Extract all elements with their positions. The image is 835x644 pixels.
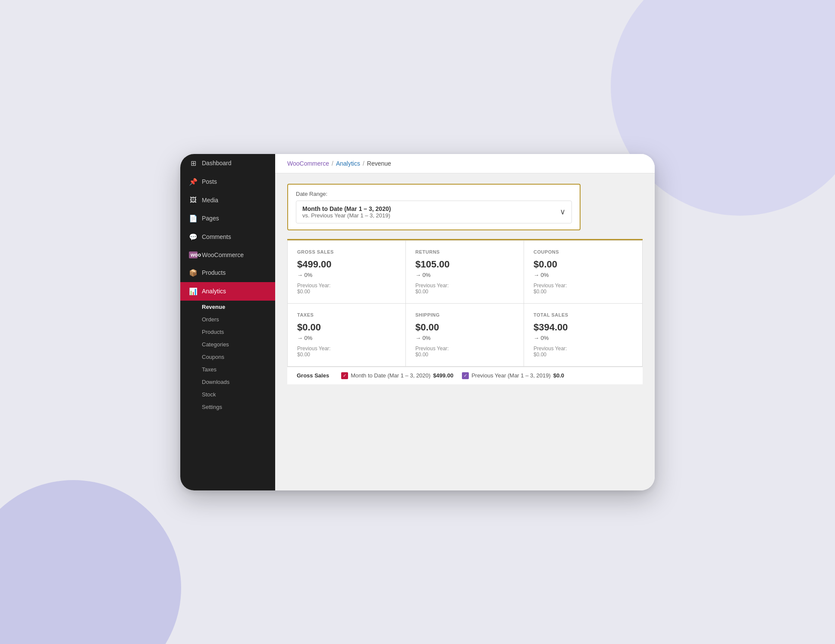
- date-range-selector[interactable]: Month to Date (Mar 1 – 3, 2020) vs. Prev…: [296, 201, 572, 223]
- sidebar-label-analytics: Analytics: [202, 288, 226, 295]
- stat-value-total-sales: $394.00: [534, 322, 633, 333]
- device-frame: ⊞ Dashboard 📌 Posts 🖼 Media 📄 Pages 💬 Co…: [180, 154, 655, 490]
- stat-prev-value-taxes: $0.00: [297, 352, 396, 358]
- stat-value-coupons: $0.00: [534, 259, 633, 270]
- stat-change-returns: → 0%: [415, 272, 514, 278]
- dashboard-icon: ⊞: [189, 159, 198, 167]
- stat-value-shipping: $0.00: [415, 322, 514, 333]
- sidebar-item-posts[interactable]: 📌 Posts: [180, 173, 275, 191]
- breadcrumb-current: Revenue: [367, 160, 391, 167]
- comments-icon: 💬: [189, 233, 198, 241]
- background-circle-bottom: [0, 480, 181, 644]
- stat-prev-value-gross-sales: $0.00: [297, 289, 396, 295]
- stat-prev-label-returns: Previous Year:: [415, 283, 514, 289]
- sidebar-item-comments[interactable]: 💬 Comments: [180, 228, 275, 246]
- legend-item-mtd: ✓ Month to Date (Mar 1 – 3, 2020) $499.0…: [341, 372, 453, 379]
- stat-prev-label-taxes: Previous Year:: [297, 346, 396, 352]
- sidebar-label-woocommerce: WooCommerce: [202, 251, 244, 258]
- stat-prev-value-total-sales: $0.00: [534, 352, 633, 358]
- breadcrumb-sep-2: /: [363, 160, 364, 167]
- analytics-icon: 📊: [189, 287, 198, 295]
- sidebar-item-pages[interactable]: 📄 Pages: [180, 209, 275, 228]
- legend-item-prev-year: ✓ Previous Year (Mar 1 – 3, 2019) $0.0: [462, 372, 564, 379]
- breadcrumb-woocommerce[interactable]: WooCommerce: [287, 160, 329, 167]
- sidebar-label-products: Products: [202, 269, 226, 276]
- date-range-sub: vs. Previous Year (Mar 1 – 3, 2019): [302, 212, 391, 219]
- submenu-item-revenue[interactable]: Revenue: [180, 301, 275, 313]
- stat-card-total-sales: TOTAL SALES $394.00 → 0% Previous Year: …: [524, 304, 642, 366]
- stat-prev-value-returns: $0.00: [415, 289, 514, 295]
- stat-change-gross-sales: → 0%: [297, 272, 396, 278]
- top-bar: WooCommerce / Analytics / Revenue: [275, 154, 655, 173]
- submenu-item-taxes[interactable]: Taxes: [180, 363, 275, 376]
- stat-prev-value-shipping: $0.00: [415, 352, 514, 358]
- legend-checkbox-mtd[interactable]: ✓: [341, 372, 348, 379]
- sidebar-label-posts: Posts: [202, 178, 217, 185]
- stat-prev-label-gross-sales: Previous Year:: [297, 283, 396, 289]
- legend-value-prev-year: $0.0: [553, 372, 564, 379]
- date-range-label: Date Range:: [296, 191, 572, 197]
- stats-wrapper: GROSS SALES $499.00 → 0% Previous Year: …: [287, 239, 643, 384]
- media-icon: 🖼: [189, 196, 198, 204]
- stat-change-shipping: → 0%: [415, 335, 514, 341]
- stat-change-total-sales: → 0%: [534, 335, 633, 341]
- stat-card-returns: RETURNS $105.00 → 0% Previous Year: $0.0…: [406, 241, 524, 304]
- date-range-box: Date Range: Month to Date (Mar 1 – 3, 20…: [287, 184, 581, 230]
- submenu-item-products[interactable]: Products: [180, 326, 275, 338]
- submenu-item-settings[interactable]: Settings: [180, 401, 275, 413]
- main-content: WooCommerce / Analytics / Revenue Date R…: [275, 154, 655, 490]
- stat-prev-label-total-sales: Previous Year:: [534, 346, 633, 352]
- breadcrumb-sep-1: /: [332, 160, 333, 167]
- sidebar-label-pages: Pages: [202, 215, 219, 222]
- woocommerce-icon: woo: [189, 251, 198, 258]
- submenu-item-downloads[interactable]: Downloads: [180, 376, 275, 388]
- stat-value-returns: $105.00: [415, 259, 514, 270]
- sidebar-label-comments: Comments: [202, 233, 231, 240]
- stat-prev-label-shipping: Previous Year:: [415, 346, 514, 352]
- products-icon: 📦: [189, 269, 198, 277]
- sidebar-label-dashboard: Dashboard: [202, 160, 232, 166]
- legend-bar: Gross Sales ✓ Month to Date (Mar 1 – 3, …: [287, 367, 643, 384]
- stat-label-coupons: COUPONS: [534, 249, 633, 254]
- submenu-item-coupons[interactable]: Coupons: [180, 351, 275, 363]
- date-range-main: Month to Date (Mar 1 – 3, 2020): [302, 205, 391, 212]
- submenu-item-orders[interactable]: Orders: [180, 313, 275, 326]
- legend-value-mtd: $499.00: [433, 372, 453, 379]
- stat-label-taxes: TAXES: [297, 312, 396, 317]
- legend-checkbox-prev-year[interactable]: ✓: [462, 372, 469, 379]
- sidebar-item-analytics[interactable]: 📊 Analytics: [180, 282, 275, 301]
- sidebar-item-media[interactable]: 🖼 Media: [180, 191, 275, 209]
- date-range-text: Month to Date (Mar 1 – 3, 2020) vs. Prev…: [302, 205, 391, 219]
- sidebar-item-woocommerce[interactable]: woo WooCommerce: [180, 246, 275, 264]
- sidebar-item-products[interactable]: 📦 Products: [180, 264, 275, 282]
- posts-icon: 📌: [189, 178, 198, 186]
- stats-grid: GROSS SALES $499.00 → 0% Previous Year: …: [287, 240, 643, 367]
- stat-card-gross-sales: GROSS SALES $499.00 → 0% Previous Year: …: [288, 241, 406, 304]
- stat-label-returns: RETURNS: [415, 249, 514, 254]
- sidebar: ⊞ Dashboard 📌 Posts 🖼 Media 📄 Pages 💬 Co…: [180, 154, 275, 490]
- stat-change-taxes: → 0%: [297, 335, 396, 341]
- stat-card-taxes: TAXES $0.00 → 0% Previous Year: $0.00: [288, 304, 406, 366]
- stat-change-coupons: → 0%: [534, 272, 633, 278]
- sidebar-label-media: Media: [202, 197, 218, 204]
- sidebar-item-dashboard[interactable]: ⊞ Dashboard: [180, 154, 275, 173]
- stat-prev-value-coupons: $0.00: [534, 289, 633, 295]
- pages-icon: 📄: [189, 214, 198, 223]
- submenu-item-categories[interactable]: Categories: [180, 338, 275, 351]
- submenu-item-stock[interactable]: Stock: [180, 388, 275, 401]
- stat-prev-label-coupons: Previous Year:: [534, 283, 633, 289]
- stat-card-shipping: SHIPPING $0.00 → 0% Previous Year: $0.00: [406, 304, 524, 366]
- stat-label-gross-sales: GROSS SALES: [297, 249, 396, 254]
- stat-label-total-sales: TOTAL SALES: [534, 312, 633, 317]
- stat-card-coupons: COUPONS $0.00 → 0% Previous Year: $0.00: [524, 241, 642, 304]
- legend-title: Gross Sales: [297, 372, 329, 379]
- breadcrumb: WooCommerce / Analytics / Revenue: [287, 160, 643, 167]
- legend-text-prev-year: Previous Year (Mar 1 – 3, 2019): [471, 372, 551, 379]
- legend-text-mtd: Month to Date (Mar 1 – 3, 2020): [351, 372, 430, 379]
- stat-value-gross-sales: $499.00: [297, 259, 396, 270]
- stat-value-taxes: $0.00: [297, 322, 396, 333]
- breadcrumb-analytics[interactable]: Analytics: [336, 160, 360, 167]
- content-area: Date Range: Month to Date (Mar 1 – 3, 20…: [275, 173, 655, 490]
- stat-label-shipping: SHIPPING: [415, 312, 514, 317]
- chevron-down-icon: ∨: [560, 207, 565, 217]
